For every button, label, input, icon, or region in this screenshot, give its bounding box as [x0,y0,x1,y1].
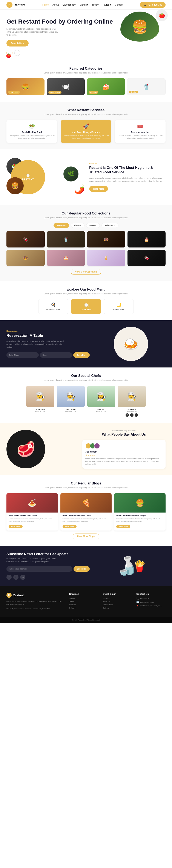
nav-blog[interactable]: Blog ▾ [92,3,99,6]
facebook-icon[interactable]: f [6,575,11,580]
facebook-icon[interactable]: f [126,413,129,417]
footer-services-item[interactable]: Delivery [69,607,98,609]
category-fast-food[interactable]: 🍔 Fast Food [6,78,45,95]
nav-menus[interactable]: Menus ▾ [79,3,88,6]
services-grid: 🥗 Fresh Healthy Food Lorem ipsum dolor s… [6,120,166,143]
food-item[interactable]: 🍫 Dark Chocolate Cake $25 ★★★★★ ♥ 🛒 👁 [6,231,45,247]
chef-photo: 👨‍🍳 [118,386,146,407]
nav-about[interactable]: About [52,3,59,6]
footer-brand-icon: R [6,593,11,598]
linkedin-icon[interactable]: in [20,575,25,580]
category-label: Drinks [129,91,138,93]
tab-fast-food[interactable]: Fast Food [53,223,69,228]
blog-description: Lorem ipsum dolor sit amet consectetur a… [116,518,164,523]
blog-read-more-button[interactable]: Read More [116,525,130,528]
category-label: Dessert [89,91,98,94]
view-more-button[interactable]: View More Collection [71,269,101,275]
newsletter-form: Subscribe [6,566,90,572]
blog-card[interactable]: 🍕 Brief About How to Make Pizza Lorem ip… [60,493,112,531]
reservation-text: Lorem ipsum dolor sit amet consectetur a… [6,340,67,349]
twitter-icon[interactable]: t [130,413,133,417]
about-read-more-button[interactable]: Read More [89,186,108,192]
menu-tab-lunch[interactable]: 🍽️ Lunch Slow [71,299,101,314]
newsletter-email-input[interactable] [6,566,72,572]
blogs-title: Our Regular Blogs [6,482,166,485]
blog-description: Lorem ipsum dolor sit amet consectetur a… [8,518,56,523]
footer-quicklinks-list: Services About Us School Room Delivery [103,597,132,609]
food-collection-tabs: Fast Food Platters Dessert Asian Food [6,223,166,228]
newsletter-subscribe-button[interactable]: Subscribe [74,566,90,572]
blog-read-more-button[interactable]: Read More [8,525,23,528]
newsletter-text: Lorem ipsum dolor sit amet consectetur a… [6,557,60,563]
footer-email-address: info@Restant.com [140,601,154,603]
reservation-book-button[interactable]: Book Now [73,352,90,358]
blog-card[interactable]: 🍝 Brief About How to Make Pesto Lorem ip… [6,493,58,531]
reservation-content: Reservation Reservation A Table Lorem ip… [6,330,90,358]
menu-tab-dinner[interactable]: 🌙 Dinner Slow [104,299,134,314]
chef-card: 👨‍🍳 John Smith Assistant Chef [57,386,85,417]
food-item[interactable]: 🍩 Sweet Doughnuts $15 ★★★★★ ♥ 🛒 👁 [6,250,45,266]
chef-card: 👩‍🍳 Everson Head of Chef [87,386,115,417]
food-item[interactable]: 🍫 Dark Chocolate Cake $21 ★★★★★ ♥ 🛒 👁 [127,250,166,266]
footer-services-item[interactable]: Products [69,604,98,606]
footer-services-item[interactable]: Trade [69,600,98,602]
brand-name: Restant [14,3,25,7]
footer-phone-number: +700 555 01 [140,598,150,599]
hero-section: Get Restant Food by Ordering Online Lore… [0,9,172,60]
food-item[interactable]: 🍦 Chocolate Ice Cream $14 ★★★★★ ♥ 🛒 👁 [87,250,125,266]
tab-asian-food[interactable]: Asian Food [101,223,119,228]
category-dessert[interactable]: 🍰 Dessert [87,78,125,95]
chefs-title: Our Special Chefs [6,374,166,378]
footer-quicklinks-item[interactable]: About Us [103,600,132,602]
nav-order-button[interactable]: 📞 +770 409 789 [140,2,166,8]
footer-location-text: No: 58 East, New York, USA [140,605,162,607]
blog-card[interactable]: 🍔 Brief About How to Make Burger Lorem i… [114,493,166,531]
reservation-name-input[interactable] [6,352,39,358]
breakfast-icon: 🍳 [43,302,64,308]
nav-contact[interactable]: Contact [115,3,123,6]
footer-services-item[interactable]: Support [69,597,98,599]
featured-title: Featured Categories [6,67,166,70]
about-tag: About Us [89,162,166,164]
category-hot-platters[interactable]: 🍽️ Hot Platters [47,78,85,95]
food-item[interactable]: 🎂 Birthday Cake $27 ★★★★★ ♥ 🛒 👁 [47,250,85,266]
collections-title: Our Regular Food Collections [6,212,166,215]
twitter-icon[interactable]: t [13,575,19,580]
food-item[interactable]: 🎂 Dark Chocolate Cake $21 ★★★★★ ♥ 🛒 👁 [127,231,166,247]
chef-role: Head of Chef [87,410,115,412]
email-icon: ✉️ [136,601,139,603]
food-item[interactable]: 🥤 Cake with Drinks $21 ★★★★★ ♥ 🛒 👁 [47,231,85,247]
category-drinks[interactable]: 🥤 Drinks [127,78,166,95]
chef-name: Khat Doe [118,408,146,410]
dinner-icon: 🌙 [108,302,129,308]
testimonial-stars: ★★★★★ [85,454,163,456]
reservation-plate: 🍛 [96,327,166,361]
menu-tab-breakfast[interactable]: 🍳 Breakfast Slow [38,299,68,314]
nav-home[interactable]: Home [42,3,49,6]
chef-photo: 👨‍🍳 [26,386,54,407]
next-arrow[interactable]: → [14,50,20,56]
blog-read-more-button[interactable]: Read More [63,525,77,528]
reservation-form: Book Now [6,352,90,358]
footer-quicklinks-item[interactable]: Services [103,597,132,599]
service-title: Discount Voucher [117,131,164,133]
hero-title: Get Restant Food by Ordering Online [6,18,166,25]
nav-categories[interactable]: Categories ▾ [63,3,76,6]
instagram-icon[interactable]: in [134,413,138,417]
about-images: 🥗 🍽️ RESTANT 🍔 🌿 🌶️ [6,156,83,198]
newsletter-images: 🍶 🍟 [96,556,166,576]
hero-search-button[interactable]: Search Now [6,40,29,46]
testimonial-card: Jao Jantam ★★★★★ Lorem ipsum dolor sit a… [82,440,166,469]
prev-arrow[interactable]: ← [6,50,13,56]
tab-platters[interactable]: Platters [71,223,84,228]
footer-quicklinks-item[interactable]: Delivery [103,607,132,609]
about-brand-name: RESTANT [22,178,34,181]
read-more-blogs-button[interactable]: Read More Blogs [73,533,99,539]
food-item[interactable]: 🍩 Doughnut Chocolate $18 ★★★★★ ♥ 🛒 👁 [87,231,125,247]
footer-brand: R Restant Lorem ipsum dolor sit amet con… [6,593,65,611]
reservation-date-input[interactable] [40,352,72,358]
footer-quicklinks-item[interactable]: School Room [103,604,132,606]
footer-services-list: Support Trade Products Delivery [69,597,98,609]
tab-dessert[interactable]: Dessert [86,223,100,228]
nav-pages[interactable]: Pages ▾ [102,3,111,6]
